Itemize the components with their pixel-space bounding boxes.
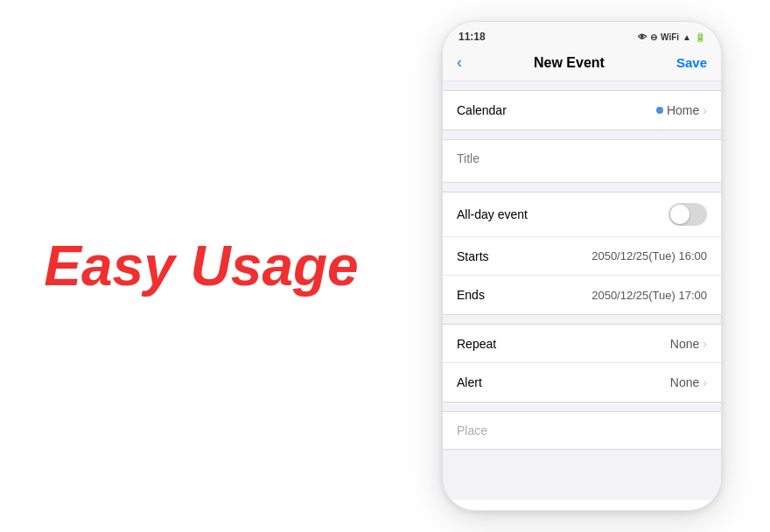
calendar-chevron-icon: ›	[703, 103, 707, 117]
repeat-value-container: None ›	[670, 337, 707, 351]
repeat-label: Repeat	[457, 337, 496, 351]
ends-label: Ends	[457, 288, 485, 302]
phone-mockup: 11:18 👁 ⊖ WiFi ▲ 🔋 ‹ New Event Save Cale…	[442, 21, 722, 511]
battery-icon: 🔋	[695, 32, 705, 42]
alert-chevron-icon: ›	[703, 375, 707, 389]
alert-value: None	[670, 375, 699, 389]
repeat-row[interactable]: Repeat None ›	[443, 325, 721, 363]
calendar-value-container: Home ›	[656, 103, 707, 117]
calendar-label: Calendar	[457, 103, 507, 117]
alert-row[interactable]: Alert None ›	[443, 363, 721, 402]
starts-value: 2050/12/25(Tue) 16:00	[592, 249, 707, 262]
repeat-chevron-icon: ›	[703, 337, 707, 351]
starts-row[interactable]: Starts 2050/12/25(Tue) 16:00	[443, 237, 721, 276]
ends-row[interactable]: Ends 2050/12/25(Tue) 17:00	[443, 276, 721, 314]
back-button[interactable]: ‹	[457, 53, 462, 72]
headline-text: Easy Usage	[44, 235, 358, 297]
starts-label: Starts	[457, 249, 489, 263]
minus-circle-icon: ⊖	[650, 32, 657, 42]
gap-5	[443, 402, 721, 411]
status-bar: 11:18 👁 ⊖ WiFi ▲ 🔋	[443, 22, 721, 48]
calendar-row[interactable]: Calendar Home ›	[443, 91, 721, 130]
all-day-toggle[interactable]	[668, 203, 707, 226]
all-day-row[interactable]: All-day event	[443, 192, 721, 237]
calendar-section: Calendar Home ›	[443, 90, 721, 130]
gap-4	[443, 315, 721, 324]
place-placeholder: Place	[457, 424, 487, 438]
save-button[interactable]: Save	[676, 55, 707, 70]
all-day-label: All-day event	[457, 207, 528, 221]
ends-value: 2050/12/25(Tue) 17:00	[592, 289, 707, 302]
alert-value-container: None ›	[670, 375, 707, 389]
alert-label: Alert	[457, 375, 482, 389]
eye-icon: 👁	[638, 32, 647, 42]
gap-3	[443, 183, 721, 192]
calendar-value: Home	[667, 103, 699, 117]
title-section[interactable]	[443, 139, 721, 183]
home-dot-icon	[656, 107, 663, 114]
gap-1	[443, 81, 721, 90]
left-section: Easy Usage	[0, 0, 402, 532]
repeat-alert-section: Repeat None › Alert None ›	[443, 324, 721, 402]
wifi-icon: WiFi	[661, 32, 679, 42]
repeat-value: None	[670, 337, 699, 351]
event-time-section: All-day event Starts 2050/12/25(Tue) 16:…	[443, 192, 721, 315]
status-time: 11:18	[458, 31, 486, 43]
nav-title: New Event	[534, 55, 605, 71]
gap-2	[443, 130, 721, 139]
place-section[interactable]: Place	[443, 411, 721, 450]
content-area: Calendar Home › All-day event	[443, 81, 721, 500]
title-input[interactable]	[457, 151, 707, 165]
phone-mockup-container: 11:18 👁 ⊖ WiFi ▲ 🔋 ‹ New Event Save Cale…	[394, 0, 770, 532]
nav-bar: ‹ New Event Save	[443, 48, 721, 81]
signal-icon: ▲	[682, 32, 691, 42]
status-icons: 👁 ⊖ WiFi ▲ 🔋	[638, 32, 705, 42]
toggle-knob	[670, 205, 690, 224]
